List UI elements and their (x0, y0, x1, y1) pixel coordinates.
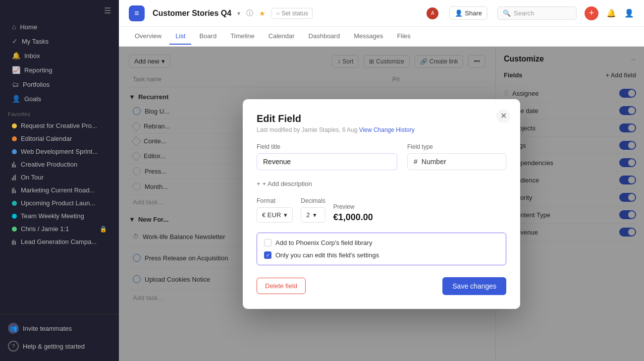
project-icon: ≡ (129, 5, 145, 21)
field-title-input[interactable] (257, 153, 397, 170)
sidebar-help[interactable]: ? Help & getting started (0, 337, 119, 355)
field-type-value: Number (422, 158, 446, 166)
sidebar-item-marketing[interactable]: Marketing Current Road... (4, 184, 115, 196)
notification-icon[interactable]: 🔔 (606, 8, 616, 18)
tab-dashboard[interactable]: Dashboard (303, 28, 346, 45)
sidebar-item-portfolios-label: Portfolios (23, 81, 50, 88)
bell-icon: 🔔 (12, 52, 20, 60)
menu-icon[interactable]: ☰ (104, 6, 111, 15)
modal-footer: Delete field Save changes (257, 277, 506, 295)
set-status-button[interactable]: ○ Set status (271, 8, 313, 19)
tab-messages[interactable]: Messages (348, 28, 389, 45)
dot-icon (12, 214, 17, 219)
chevron-down-icon: ▾ (284, 211, 287, 219)
checkbox-item-library[interactable]: Add to Phoenix Corp's field library (264, 239, 499, 246)
sidebar-invite[interactable]: 👥 Invite teammates (0, 319, 119, 337)
sidebar-item-creative-production[interactable]: Creative Production (4, 158, 115, 171)
decimals-select[interactable]: 2 ▾ (301, 207, 325, 223)
view-change-history-link[interactable]: View Change History (359, 126, 415, 133)
tab-timeline[interactable]: Timeline (224, 28, 261, 45)
bar-icon (12, 239, 17, 245)
sidebar-item-request-creative[interactable]: Request for Creative Pro... (4, 120, 115, 132)
sidebar-item-web-dev[interactable]: Web Development Sprint... (4, 145, 115, 158)
circle-icon: ○ (276, 10, 279, 17)
checkbox-edit-only-label: Only you can edit this field's settings (275, 251, 379, 259)
sidebar-item-chris-jamie[interactable]: Chris / Jamie 1:1 🔒 (4, 223, 115, 235)
sidebar-item-inbox[interactable]: 🔔 Inbox (4, 49, 115, 62)
search-box[interactable]: 🔍 Search (497, 6, 577, 20)
field-type-label: Field type (407, 143, 506, 150)
sidebar-item-team-weekly[interactable]: Team Weekly Meeting (4, 210, 115, 222)
modal-close-button[interactable]: ✕ (496, 109, 510, 123)
sidebar-item-editorial[interactable]: Editorial Calendar (4, 132, 115, 145)
checkbox-edit-only[interactable]: ✓ (264, 251, 271, 259)
info-icon[interactable]: ⓘ (246, 9, 253, 18)
fav-label: Creative Production (21, 161, 77, 168)
help-icon: ? (8, 341, 19, 352)
sidebar-item-reporting-label: Reporting (24, 66, 52, 74)
tab-calendar[interactable]: Calendar (263, 28, 301, 45)
sidebar-nav: ⌂ Home ✓ My Tasks 🔔 Inbox 📈 Reporting 🗂 … (0, 19, 119, 106)
fav-label: Marketing Current Road... (21, 186, 95, 194)
preview-label: Preview (333, 203, 373, 210)
share-button[interactable]: 👤 Share (449, 6, 487, 20)
format-label: Format (257, 197, 293, 204)
star-icon[interactable]: ★ (259, 9, 266, 17)
home-icon: ⌂ (12, 23, 16, 31)
invite-icon: 👥 (8, 323, 19, 334)
field-type-selector[interactable]: # Number (407, 153, 506, 170)
content-area: Add new ▾ ↕ Sort ⊞ Customize 🔗 Create li… (119, 47, 644, 361)
bar-icon (12, 175, 17, 180)
fav-label: Web Development Sprint... (21, 148, 98, 155)
decimals-label: Decimals (301, 197, 325, 204)
user-avatar-icon[interactable]: 👤 (624, 8, 634, 18)
chevron-down-icon[interactable]: ▾ (237, 10, 240, 17)
tab-files[interactable]: Files (391, 28, 416, 45)
favorites-label: Favorites (0, 106, 119, 119)
add-description-button[interactable]: + + Add description (257, 180, 506, 187)
sidebar-item-my-tasks[interactable]: ✓ My Tasks (4, 34, 115, 48)
chevron-down-icon: ▾ (313, 211, 317, 219)
checkbox-library[interactable] (264, 239, 271, 246)
sidebar-item-reporting[interactable]: 📈 Reporting (4, 63, 115, 77)
bar-icon (12, 187, 17, 193)
dot-icon (12, 201, 17, 206)
chart-icon: 📈 (12, 66, 20, 74)
tab-list[interactable]: List (169, 28, 191, 45)
options-checkbox-group: Add to Phoenix Corp's field library ✓ On… (257, 233, 506, 265)
modal-overlay[interactable]: ✕ Edit Field Last modified by Jamie Stap… (119, 47, 644, 361)
tab-overview[interactable]: Overview (129, 28, 167, 45)
decimals-value: 2 (306, 211, 310, 219)
tabs-bar: Overview List Board Timeline Calendar Da… (119, 27, 644, 47)
sidebar-item-goals[interactable]: 👤 Goals (4, 92, 115, 106)
sidebar-item-goals-label: Goals (24, 95, 41, 103)
decimals-group: Decimals 2 ▾ (301, 197, 325, 223)
sidebar-item-lead-gen[interactable]: Lead Generation Campa... (4, 236, 115, 248)
checkbox-item-edit-only[interactable]: ✓ Only you can edit this field's setting… (264, 251, 499, 259)
add-button[interactable]: + (585, 6, 598, 20)
dot-icon (12, 149, 17, 154)
set-status-label: Set status (281, 10, 308, 17)
delete-field-button[interactable]: Delete field (257, 278, 306, 294)
edit-field-modal: ✕ Edit Field Last modified by Jamie Stap… (243, 99, 520, 309)
check-icon: ✓ (12, 37, 18, 45)
topbar: ≡ Customer Stories Q4 ▾ ⓘ ★ ○ Set status… (119, 0, 644, 27)
modal-subtitle: Last modified by Jamie Staples, 6 Aug Vi… (257, 126, 506, 133)
dot-icon (12, 123, 17, 128)
sidebar: ☰ ⌂ Home ✓ My Tasks 🔔 Inbox 📈 Reporting … (0, 0, 119, 361)
fav-label: Lead Generation Campa... (21, 238, 97, 245)
sidebar-item-portfolios[interactable]: 🗂 Portfolios (4, 77, 115, 91)
format-select[interactable]: € EUR ▾ (257, 207, 293, 223)
sidebar-item-on-tour[interactable]: On Tour (4, 171, 115, 183)
fav-label: Chris / Jamie 1:1 (21, 225, 69, 233)
sidebar-item-home[interactable]: ⌂ Home (4, 20, 115, 34)
share-label: Share (465, 9, 482, 17)
save-changes-button[interactable]: Save changes (442, 277, 506, 295)
field-row-modal: Field title Field type # Number (257, 143, 506, 170)
lock-icon: 🔒 (100, 226, 107, 233)
tab-board[interactable]: Board (193, 28, 222, 45)
add-desc-label: + Add description (263, 180, 312, 187)
sidebar-item-upcoming-product[interactable]: Upcoming Product Laun... (4, 197, 115, 209)
fav-label: On Tour (21, 174, 44, 181)
fav-label: Request for Creative Pro... (21, 122, 97, 129)
